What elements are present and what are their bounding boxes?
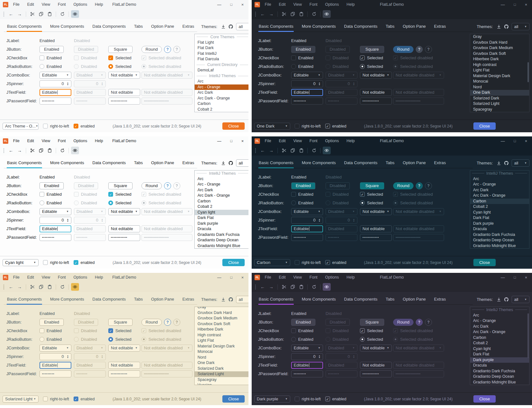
theme-list-item[interactable]: Cobalt 2 [195, 204, 248, 210]
cut-icon[interactable] [28, 283, 36, 291]
eye-toggle-button[interactable] [71, 147, 79, 154]
menu-file[interactable]: File [13, 2, 19, 7]
menu-edit[interactable]: Edit [27, 2, 34, 7]
enabled-button[interactable]: Enabled [40, 182, 64, 189]
radio-enabled[interactable]: Enabled [291, 64, 326, 69]
theme-list-item[interactable]: Dark purple [470, 221, 529, 227]
theme-list-item[interactable]: Light Flat [470, 68, 529, 73]
maximize-button[interactable]: □ [514, 276, 516, 279]
round-button[interactable]: Round [393, 182, 413, 189]
enabled-checkbox[interactable]: enabled [74, 124, 95, 128]
tab-basic-components[interactable]: Basic Components [4, 23, 45, 32]
paste-icon[interactable] [46, 10, 54, 18]
combobox-not-editable[interactable]: Not editable▼ [108, 345, 140, 352]
theme-combobox[interactable]: Cyan light ▼ [3, 259, 39, 266]
tab-data-components[interactable]: Data Components [89, 23, 129, 32]
themes-filter-combobox[interactable]: all ▼ [512, 296, 529, 303]
theme-list-item[interactable]: Cobalt 2 [195, 107, 248, 113]
title-bar[interactable]: FL File Edit View Font Options Help Flat… [252, 0, 532, 9]
checkbox-enabled[interactable]: Enabled [291, 55, 326, 60]
theme-list-item[interactable]: Cobalt 2 [470, 340, 529, 346]
theme-list-item[interactable]: Flat Darcula [195, 56, 248, 62]
theme-list-item[interactable]: Gradianto Midnight Blue [195, 243, 248, 249]
round-button[interactable]: Round [141, 46, 162, 53]
spinner[interactable]: 0▲▼ [40, 80, 71, 87]
theme-list-item[interactable]: Light Flat [195, 338, 248, 344]
back-button[interactable]: ← [259, 147, 267, 154]
theme-list-item[interactable]: High contrast [195, 332, 248, 338]
theme-list-item[interactable]: Arc Dark - Orange [470, 329, 529, 335]
theme-list-item[interactable]: One Dark [195, 360, 248, 366]
menu-view[interactable]: View [293, 139, 302, 143]
theme-list-item[interactable]: Solarized Light [470, 101, 529, 107]
theme-list-item[interactable]: Flat IntelliJ [195, 51, 248, 57]
refresh-icon[interactable] [310, 10, 318, 18]
spinner-arrows-icon[interactable]: ▲▼ [319, 218, 320, 222]
help-button[interactable]: ? [164, 46, 171, 53]
passwordfield-enabled[interactable]: ••••••••• [40, 370, 71, 377]
cut-icon[interactable] [280, 10, 288, 18]
passwordfield-enabled[interactable]: ••••••••• [40, 234, 71, 241]
tab-more-components[interactable]: More Components [298, 23, 339, 32]
maximize-button[interactable]: □ [230, 276, 233, 279]
round-button[interactable]: Round [141, 182, 162, 189]
theme-list-item[interactable]: Dark Flat [195, 215, 248, 221]
theme-list-item[interactable]: Monocai [195, 349, 248, 355]
tab-tabs[interactable]: Tabs [383, 159, 398, 168]
menu-view[interactable]: View [293, 2, 302, 7]
right-to-left-checkbox[interactable]: right-to-left [295, 260, 321, 265]
checkbox-enabled[interactable]: Enabled [40, 192, 74, 197]
menu-font[interactable]: Font [310, 2, 318, 7]
tab-extras[interactable]: Extras [179, 23, 198, 32]
combobox-not-editable[interactable]: Not editable▼ [108, 72, 140, 79]
menu-file[interactable]: File [13, 275, 19, 280]
checkbox-selected[interactable]: Selected [360, 328, 393, 333]
title-bar[interactable]: FL File Edit View Font Options Help Flat… [0, 273, 248, 282]
tab-basic-components[interactable]: Basic Components [4, 159, 45, 168]
theme-list-item[interactable]: Gruvbox Dark Soft [470, 51, 529, 57]
spinner[interactable]: 0▲▼ [291, 353, 323, 360]
radio-selected[interactable]: Selected [360, 64, 393, 69]
textfield-editable[interactable]: Editable [40, 89, 71, 96]
passwordfield-enabled[interactable]: ••••••••• [291, 370, 323, 377]
checkbox-selected[interactable]: Selected [108, 192, 141, 197]
theme-list-item[interactable]: Arc Dark - Orange [195, 96, 248, 101]
paste-icon[interactable] [297, 147, 305, 154]
passwordfield-enabled[interactable]: ••••••••• [291, 234, 323, 241]
theme-list-item[interactable]: Spacegray [195, 377, 248, 383]
theme-list-item[interactable]: Gray [195, 307, 248, 310]
theme-list-item[interactable]: Gradianto Dark Fuchsia [470, 368, 529, 374]
toolbar-grip-handle[interactable] [3, 11, 4, 17]
theme-list-item[interactable]: Cyan light [470, 210, 529, 215]
theme-list-item[interactable]: Gradianto Dark Fuchsia [470, 232, 529, 238]
textfield-editable[interactable]: Editable [291, 225, 323, 232]
close-button[interactable]: Close [473, 259, 496, 266]
tab-tabs[interactable]: Tabs [383, 296, 398, 304]
forward-button[interactable]: → [267, 10, 275, 18]
theme-list-item[interactable]: Arc - Orange [470, 318, 529, 324]
copy-icon[interactable] [289, 283, 297, 291]
enabled-checkbox[interactable]: enabled [74, 260, 95, 265]
minimize-button[interactable]: — [217, 275, 221, 280]
radio-selected[interactable]: Selected [108, 200, 141, 205]
square-button[interactable]: Square [108, 46, 133, 53]
spinner[interactable]: 0▲▼ [291, 80, 323, 87]
help-button[interactable]: ? [416, 46, 423, 53]
right-to-left-checkbox[interactable]: right-to-left [295, 397, 321, 401]
theme-list-item[interactable]: Flat Light [195, 40, 248, 46]
maximize-button[interactable]: □ [230, 139, 233, 143]
themes-filter-combobox[interactable]: all ▼ [236, 296, 248, 303]
passwordfield-enabled[interactable]: ••••••••• [40, 98, 71, 105]
spinner[interactable]: 0▲▼ [291, 217, 323, 224]
theme-list-item[interactable]: Flat Dark [195, 45, 248, 51]
tab-tabs[interactable]: Tabs [131, 23, 146, 32]
combobox-not-editable[interactable]: Not editable▼ [360, 208, 392, 215]
enabled-checkbox[interactable]: enabled [74, 397, 95, 401]
tab-tabs[interactable]: Tabs [131, 159, 146, 168]
menu-edit[interactable]: Edit [27, 275, 34, 280]
radio-selected[interactable]: Selected [108, 64, 141, 69]
round-button[interactable]: Round [393, 46, 413, 53]
radio-enabled[interactable]: Enabled [291, 337, 326, 342]
theme-list-item[interactable]: Dracula [470, 226, 529, 232]
theme-list-item[interactable]: Arc Dark [195, 187, 248, 193]
